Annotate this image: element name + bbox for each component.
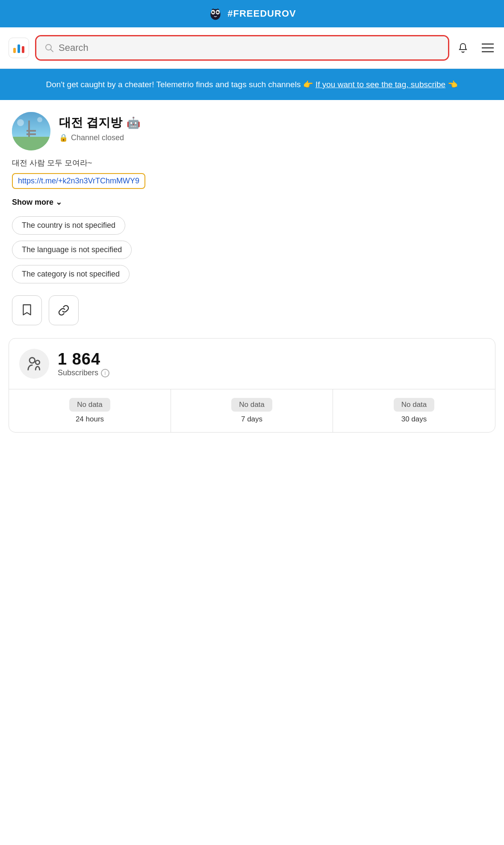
stat-24h: No data 24 hours bbox=[9, 389, 171, 432]
search-box-container[interactable] bbox=[35, 35, 449, 61]
svg-line-11 bbox=[51, 50, 53, 52]
country-tag[interactable]: The country is not specified bbox=[12, 216, 125, 235]
subscribers-label: Subscribers i bbox=[58, 368, 109, 377]
subscribers-label-text: Subscribers bbox=[58, 368, 98, 377]
subscribers-section: 1 864 Subscribers i bbox=[9, 339, 495, 389]
channel-description: 대전 사람 모두 모여라~ bbox=[12, 157, 492, 169]
search-input[interactable] bbox=[59, 42, 440, 53]
svg-point-21 bbox=[37, 117, 42, 122]
header-actions bbox=[455, 40, 495, 56]
stat-30d: No data 30 days bbox=[333, 389, 495, 432]
channel-link-box: https://t.me/+k2n3n3VrTChmMWY9 bbox=[12, 173, 145, 189]
promo-link-text: If you want to see the tag, subscribe bbox=[315, 80, 445, 89]
bookmark-icon bbox=[21, 304, 33, 317]
search-icon bbox=[44, 43, 54, 53]
subscribers-icon bbox=[26, 356, 42, 372]
svg-rect-7 bbox=[13, 48, 16, 53]
language-tag[interactable]: The language is not specified bbox=[12, 241, 132, 259]
bot-icon: 🤖 bbox=[127, 116, 140, 130]
header bbox=[0, 27, 504, 69]
chevron-down-icon: ⌄ bbox=[56, 197, 62, 207]
subscribers-count: 1 864 bbox=[58, 350, 109, 368]
channel-link[interactable]: https://t.me/+k2n3n3VrTChmMWY9 bbox=[18, 177, 139, 185]
no-data-badge-24h: No data bbox=[69, 398, 110, 412]
bell-icon bbox=[457, 42, 469, 54]
show-more-button[interactable]: Show more ⌄ bbox=[12, 197, 62, 207]
category-tag[interactable]: The category is not specified bbox=[12, 265, 130, 283]
freedurov-text: #FREEDUROV bbox=[227, 8, 296, 19]
stat-7d: No data 7 days bbox=[171, 389, 333, 432]
category-tag-label: The category is not specified bbox=[22, 270, 120, 279]
svg-point-20 bbox=[17, 119, 24, 126]
telemetrio-logo-icon bbox=[208, 6, 223, 21]
svg-rect-8 bbox=[18, 44, 20, 53]
svg-point-22 bbox=[29, 358, 35, 363]
menu-button[interactable] bbox=[480, 41, 495, 54]
promo-link[interactable]: If you want to see the tag, subscribe bbox=[315, 80, 445, 89]
period-stats-grid: No data 24 hours No data 7 days No data … bbox=[9, 389, 495, 432]
tags-section: The country is not specified The languag… bbox=[0, 216, 504, 283]
app-logo bbox=[9, 38, 29, 58]
action-buttons bbox=[0, 295, 504, 325]
link-icon bbox=[58, 304, 70, 316]
top-banner: #FREEDUROV bbox=[0, 0, 504, 27]
svg-point-4 bbox=[217, 11, 219, 13]
svg-rect-19 bbox=[27, 133, 36, 135]
channel-name-row: 대전 겹지방 🤖 bbox=[59, 115, 492, 131]
subscribers-icon-circle bbox=[19, 349, 49, 379]
copy-link-button[interactable] bbox=[49, 295, 79, 325]
language-tag-label: The language is not specified bbox=[22, 245, 122, 254]
svg-rect-18 bbox=[27, 130, 36, 132]
channel-status-text: Channel closed bbox=[71, 133, 124, 142]
promo-banner: Don't get caught by a cheater! Telemetri… bbox=[0, 69, 504, 100]
lock-icon: 🔒 bbox=[59, 133, 68, 142]
svg-point-5 bbox=[213, 12, 214, 12]
info-icon[interactable]: i bbox=[101, 369, 109, 377]
country-tag-label: The country is not specified bbox=[22, 221, 115, 230]
notification-button[interactable] bbox=[455, 40, 471, 56]
promo-suffix: 👈 bbox=[448, 80, 458, 89]
channel-status: 🔒 Channel closed bbox=[59, 133, 492, 142]
channel-section: 대전 겹지방 🤖 🔒 Channel closed 대전 사람 모두 모여라~ … bbox=[0, 100, 504, 207]
svg-point-23 bbox=[35, 361, 40, 365]
subscribers-info: 1 864 Subscribers i bbox=[58, 350, 109, 377]
period-30d: 30 days bbox=[340, 415, 488, 424]
promo-text: Don't get caught by a cheater! Telemetri… bbox=[46, 80, 315, 89]
no-data-badge-30d: No data bbox=[394, 398, 435, 412]
stats-card: 1 864 Subscribers i No data 24 hours No … bbox=[9, 338, 495, 433]
channel-avatar bbox=[12, 112, 50, 150]
hamburger-icon bbox=[482, 43, 494, 53]
period-7d: 7 days bbox=[178, 415, 326, 424]
bookmark-button[interactable] bbox=[12, 295, 42, 325]
channel-title-block: 대전 겹지방 🤖 🔒 Channel closed bbox=[59, 112, 492, 142]
show-more-label: Show more bbox=[12, 198, 53, 207]
svg-rect-9 bbox=[22, 46, 24, 53]
period-24h: 24 hours bbox=[16, 415, 164, 424]
channel-header: 대전 겹지방 🤖 🔒 Channel closed bbox=[12, 112, 492, 150]
svg-point-3 bbox=[212, 11, 214, 13]
no-data-badge-7d: No data bbox=[231, 398, 272, 412]
svg-rect-16 bbox=[12, 137, 50, 150]
channel-name: 대전 겹지방 bbox=[59, 115, 122, 131]
svg-point-6 bbox=[218, 12, 219, 12]
